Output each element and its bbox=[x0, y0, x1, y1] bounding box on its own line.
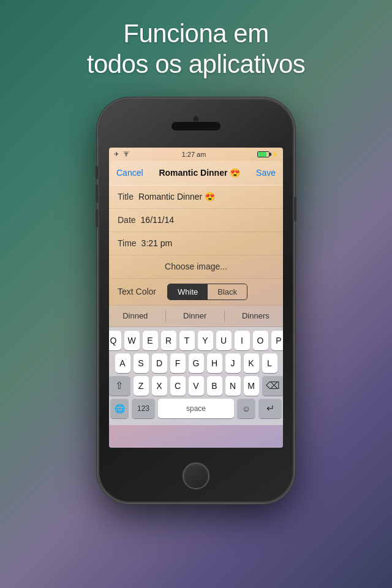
wifi-icon bbox=[122, 151, 130, 157]
key-row-3: ⇧ Z X C V B N M ⌫ bbox=[110, 376, 282, 396]
nav-bar: Cancel Romantic Dinner 😍 Save bbox=[109, 161, 283, 186]
key-row-1: Q W E R T Y U I O P bbox=[110, 331, 282, 350]
volume-down-button bbox=[96, 209, 98, 227]
key-k[interactable]: K bbox=[244, 353, 259, 373]
key-b[interactable]: B bbox=[207, 376, 222, 396]
key-d[interactable]: D bbox=[152, 353, 167, 373]
key-row-bottom: 🌐 123 space ☺ ↵ bbox=[110, 399, 282, 420]
emoji-key[interactable]: ☺ bbox=[237, 399, 255, 418]
keyboard[interactable]: Q W E R T Y U I O P A S bbox=[109, 327, 283, 425]
form-content: Title Romantic Dinner 😍 Date 16/11/14 Ti… bbox=[109, 186, 283, 448]
speaker bbox=[172, 122, 221, 130]
battery-icon bbox=[257, 151, 270, 157]
key-l[interactable]: L bbox=[262, 353, 277, 373]
volume-up-button bbox=[96, 184, 98, 203]
key-p[interactable]: P bbox=[271, 331, 284, 350]
key-e[interactable]: E bbox=[143, 331, 158, 350]
battery-fill bbox=[258, 152, 266, 157]
key-i[interactable]: I bbox=[235, 331, 250, 350]
key-u[interactable]: U bbox=[216, 331, 232, 350]
key-y[interactable]: Y bbox=[198, 331, 213, 350]
status-bar: ✈ 1:27 am ⚡ bbox=[109, 148, 283, 161]
nav-title: Romantic Dinner 😍 bbox=[159, 168, 240, 178]
globe-key[interactable]: 🌐 bbox=[110, 399, 129, 418]
phone-shell: ✈ 1:27 am ⚡ Cancel Ro bbox=[98, 99, 294, 503]
key-c[interactable]: C bbox=[170, 376, 186, 396]
text-color-label: Text Color bbox=[118, 287, 156, 296]
phone-screen: ✈ 1:27 am ⚡ Cancel Ro bbox=[109, 148, 283, 448]
key-t[interactable]: T bbox=[179, 331, 195, 350]
time-row: Time 3:21 pm bbox=[109, 232, 283, 255]
backspace-key[interactable]: ⌫ bbox=[262, 376, 284, 396]
key-m[interactable]: M bbox=[244, 376, 259, 396]
key-j[interactable]: J bbox=[225, 353, 241, 373]
date-label: Date bbox=[118, 215, 136, 225]
autocomplete-divider-1 bbox=[165, 311, 166, 322]
airplane-icon: ✈ bbox=[114, 151, 119, 157]
autocomplete-word-2[interactable]: Dinners bbox=[237, 311, 274, 320]
key-v[interactable]: V bbox=[189, 376, 204, 396]
key-a[interactable]: A bbox=[115, 353, 130, 373]
text-color-row: Text Color White Black bbox=[109, 279, 283, 306]
home-button[interactable] bbox=[183, 462, 209, 489]
key-w[interactable]: W bbox=[124, 331, 140, 350]
date-row: Date 16/11/14 bbox=[109, 209, 283, 232]
key-row-2: A S D F G H J K L bbox=[110, 353, 282, 373]
save-button[interactable]: Save bbox=[256, 168, 276, 178]
header-line1: Funciona em bbox=[87, 18, 306, 49]
key-s[interactable]: S bbox=[134, 353, 149, 373]
choose-image-button[interactable]: Choose image... bbox=[165, 262, 227, 271]
autocomplete-divider-2 bbox=[224, 311, 225, 322]
title-label: Title bbox=[118, 192, 134, 202]
mute-button bbox=[96, 166, 98, 179]
phone-mockup: ✈ 1:27 am ⚡ Cancel Ro bbox=[98, 99, 294, 503]
time-label: Time bbox=[118, 238, 137, 248]
autocomplete-bar: Dinned Dinner Dinners bbox=[109, 306, 283, 327]
return-key[interactable]: ↵ bbox=[258, 399, 282, 418]
key-q[interactable]: Q bbox=[109, 331, 121, 350]
camera bbox=[193, 116, 199, 122]
charging-icon: ⚡ bbox=[271, 151, 278, 157]
status-left: ✈ bbox=[114, 151, 130, 157]
key-x[interactable]: X bbox=[152, 376, 167, 396]
space-key[interactable]: space bbox=[158, 399, 234, 418]
num-key[interactable]: 123 bbox=[132, 399, 155, 418]
key-o[interactable]: O bbox=[253, 331, 268, 350]
key-z[interactable]: Z bbox=[134, 376, 149, 396]
time-value[interactable]: 3:21 pm bbox=[141, 238, 173, 248]
autocomplete-word-0[interactable]: Dinned bbox=[118, 311, 153, 320]
shift-icon: ⇧ bbox=[115, 380, 123, 391]
key-g[interactable]: G bbox=[189, 353, 204, 373]
choose-image-row[interactable]: Choose image... bbox=[109, 255, 283, 279]
power-button bbox=[294, 197, 296, 221]
date-value[interactable]: 16/11/14 bbox=[141, 215, 175, 225]
key-h[interactable]: H bbox=[207, 353, 222, 373]
shift-key[interactable]: ⇧ bbox=[109, 376, 130, 396]
cancel-button[interactable]: Cancel bbox=[116, 168, 143, 178]
backspace-icon: ⌫ bbox=[266, 380, 280, 391]
title-value[interactable]: Romantic Dinner 😍 bbox=[138, 192, 215, 202]
status-time: 1:27 am bbox=[182, 151, 206, 158]
header-line2: todos os aplicativos bbox=[87, 49, 306, 80]
key-f[interactable]: F bbox=[170, 353, 186, 373]
status-right: ⚡ bbox=[257, 151, 278, 157]
text-color-segmented-control[interactable]: White Black bbox=[167, 284, 247, 300]
color-white-option[interactable]: White bbox=[168, 284, 208, 300]
autocomplete-word-1[interactable]: Dinner bbox=[178, 311, 211, 320]
key-n[interactable]: N bbox=[225, 376, 241, 396]
title-row: Title Romantic Dinner 😍 bbox=[109, 186, 283, 209]
header-text: Funciona em todos os aplicativos bbox=[75, 0, 318, 92]
color-black-option[interactable]: Black bbox=[208, 284, 247, 300]
key-r[interactable]: R bbox=[161, 331, 176, 350]
